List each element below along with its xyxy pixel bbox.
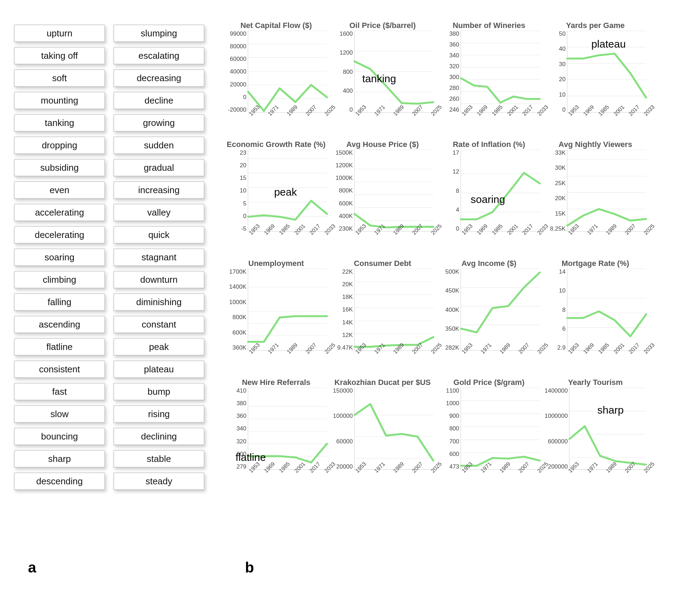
plot-wrap: 22K20K18K16K14K12K9.47K19531971198920072… xyxy=(332,269,433,360)
plot-wrap: 33K30K25K20K15K8.25K19531971198920072025 xyxy=(545,150,646,241)
y-axis-ticks: 410380360340320300279 xyxy=(225,388,248,479)
word-card[interactable]: tanking xyxy=(14,114,105,132)
word-card[interactable]: fast xyxy=(14,383,105,400)
word-card[interactable]: decreasing xyxy=(113,69,204,87)
x-axis-ticks: 195319691985200120172033 xyxy=(461,232,540,242)
chart-cell: New Hire Referrals4103803603403203002791… xyxy=(225,378,327,486)
plot-wrap: 1100100090080070060047319531971198920072… xyxy=(438,388,540,479)
word-card[interactable]: accelerating xyxy=(14,204,105,221)
word-card[interactable]: consistent xyxy=(14,360,105,378)
plot-wrap: 1500K1200K1000K800K600K400K230K195319711… xyxy=(332,150,433,241)
x-axis-ticks: 195319691985200120172033 xyxy=(567,113,646,123)
word-card[interactable]: constant xyxy=(113,316,204,333)
word-card[interactable]: decelerating xyxy=(14,226,105,244)
word-list-panel: upturntaking offsoftmountingtankingdropp… xyxy=(14,14,204,490)
plot-area xyxy=(248,269,327,351)
word-card[interactable]: taking off xyxy=(14,47,105,64)
word-card[interactable]: declining xyxy=(113,428,204,445)
plot-wrap: 1712840195319691985200120172033soaring xyxy=(438,150,540,241)
word-card[interactable]: soaring xyxy=(14,248,105,266)
x-axis-ticks: 195319691985200120172033 xyxy=(248,232,327,242)
plot-area xyxy=(354,388,433,470)
chart-title: Yards per Game xyxy=(566,21,625,31)
word-card[interactable]: steady xyxy=(113,472,204,490)
chart-title: Consumer Debt xyxy=(354,259,411,269)
x-axis-ticks: 19531971198920072025 xyxy=(567,470,646,480)
word-column-1: upturntaking offsoftmountingtankingdropp… xyxy=(14,24,105,490)
word-card[interactable]: flatline xyxy=(14,338,105,356)
word-card[interactable]: descending xyxy=(14,472,105,490)
word-card[interactable]: upturn xyxy=(14,24,105,42)
word-card[interactable]: ascending xyxy=(14,316,105,333)
word-card[interactable]: plateau xyxy=(113,360,204,378)
plot-area xyxy=(461,150,540,232)
y-axis-ticks: 1712840 xyxy=(438,150,461,241)
charts-panel: Net Capital Flow ($)99000800006000040000… xyxy=(225,14,646,486)
word-card[interactable]: falling xyxy=(14,293,105,311)
y-axis-ticks: 11001000900800700600473 xyxy=(438,388,461,479)
word-card[interactable]: climbing xyxy=(14,271,105,288)
plot-area xyxy=(461,269,540,351)
word-card[interactable]: quick xyxy=(113,226,204,244)
word-card[interactable]: peak xyxy=(113,338,204,356)
plot-wrap: 1500001000006000020000195319711989200720… xyxy=(332,388,433,479)
plot-area xyxy=(354,150,433,232)
word-card[interactable]: stagnant xyxy=(113,248,204,266)
chart-cell: Yards per Game50403020100195319691985200… xyxy=(545,21,646,129)
y-axis-ticks: 22K20K18K16K14K12K9.47K xyxy=(332,269,354,360)
word-card[interactable]: bouncing xyxy=(14,428,105,445)
chart-title: New Hire Referrals xyxy=(242,378,310,388)
plot-area xyxy=(569,388,646,470)
word-card[interactable]: decline xyxy=(113,92,204,109)
chart-annotation: flatline xyxy=(236,451,266,463)
x-axis-ticks: 19531971198920072025 xyxy=(461,351,540,361)
x-axis-ticks: 19531971198920072025 xyxy=(248,351,327,361)
chart-cell: Avg Nightly Viewers33K30K25K20K15K8.25K1… xyxy=(545,140,646,248)
word-card[interactable]: growing xyxy=(113,114,204,132)
word-card[interactable]: soft xyxy=(14,69,105,87)
plot-wrap: 3803603403203002802602461953196919852001… xyxy=(438,31,540,122)
word-card[interactable]: sudden xyxy=(113,136,204,154)
word-card[interactable]: sharp xyxy=(14,450,105,468)
panel-label-a: a xyxy=(28,559,36,576)
chart-title: Rate of Inflation (%) xyxy=(453,140,525,150)
x-axis-ticks: 19531971198920072025 xyxy=(354,351,433,361)
chart-cell: Number of Wineries3803603403203002802602… xyxy=(438,21,540,129)
word-card[interactable]: slow xyxy=(14,405,105,423)
chart-cell: Avg Income ($)500K450K400K350K282K195319… xyxy=(438,259,540,367)
plot-wrap: 50403020100195319691985200120172033plate… xyxy=(545,31,646,122)
word-card[interactable]: bump xyxy=(113,383,204,400)
x-axis-ticks: 19531971198920072025 xyxy=(354,470,433,480)
word-card[interactable]: subsiding xyxy=(14,159,105,176)
x-axis-ticks: 195319691985200120172033 xyxy=(461,113,540,123)
word-card[interactable]: stable xyxy=(113,450,204,468)
chart-title: Net Capital Flow ($) xyxy=(240,21,312,31)
x-axis-ticks: 19531971198920072025 xyxy=(461,470,540,480)
chart-cell: Net Capital Flow ($)99000800006000040000… xyxy=(225,21,327,129)
chart-cell: Economic Growth Rate (%)2320151050-51953… xyxy=(225,140,327,248)
x-axis-ticks: 19531971198920072025 xyxy=(248,113,327,123)
plot-wrap: 500K450K400K350K282K19531971198920072025 xyxy=(438,269,540,360)
y-axis-ticks: 1500001000006000020000 xyxy=(332,388,354,479)
word-card[interactable]: rising xyxy=(113,405,204,423)
word-card[interactable]: dropping xyxy=(14,136,105,154)
figure-container: upturntaking offsoftmountingtankingdropp… xyxy=(14,14,686,490)
word-card[interactable]: downturn xyxy=(113,271,204,288)
x-axis-ticks: 19531971198920072025 xyxy=(354,232,433,242)
y-axis-ticks: 500K450K400K350K282K xyxy=(438,269,461,360)
word-card[interactable]: gradual xyxy=(113,159,204,176)
word-card[interactable]: mounting xyxy=(14,92,105,109)
chart-cell: Mortgage Rate (%)1410862.919531969198520… xyxy=(545,259,646,367)
chart-cell: Rate of Inflation (%)1712840195319691985… xyxy=(438,140,540,248)
word-card[interactable]: even xyxy=(14,181,105,199)
word-card[interactable]: increasing xyxy=(113,181,204,199)
word-card[interactable]: slumping xyxy=(113,24,204,42)
plot-area xyxy=(567,150,646,232)
chart-title: Economic Growth Rate (%) xyxy=(227,140,326,150)
chart-title: Mortgage Rate (%) xyxy=(561,259,629,269)
word-card[interactable]: escalating xyxy=(113,47,204,64)
word-card[interactable]: diminishing xyxy=(113,293,204,311)
word-card[interactable]: valley xyxy=(113,204,204,221)
plot-area xyxy=(354,269,433,351)
chart-title: Oil Price ($/barrel) xyxy=(349,21,416,31)
